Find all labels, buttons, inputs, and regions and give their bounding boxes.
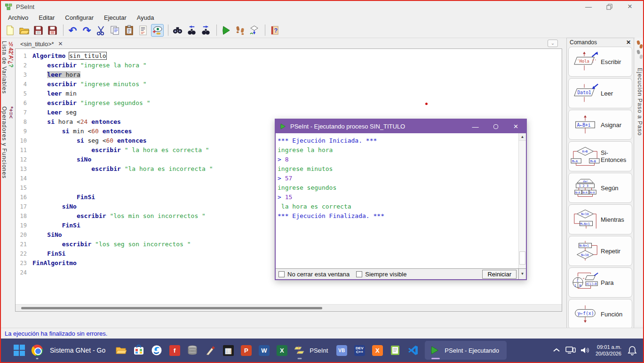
find-next-button[interactable] [199, 24, 212, 37]
start-button[interactable] [10, 341, 28, 360]
vscode-taskbar-icon[interactable] [404, 341, 422, 360]
commands-close-icon[interactable]: ✕ [626, 39, 631, 46]
volume-icon[interactable] [578, 341, 592, 360]
menu-archivo[interactable]: Archivo [3, 13, 33, 22]
f-red-taskbar-icon[interactable]: f [166, 341, 183, 360]
menu-ayuda[interactable]: Ayuda [132, 13, 159, 22]
escribir-flowchart-icon: 'Hola !' [571, 51, 600, 73]
cut-button[interactable] [95, 24, 107, 37]
tab-lista-de-variables[interactable]: ½42'A'¿? Lista de Variables [1, 41, 14, 94]
command-escribir-button[interactable]: 'Hola !'Escribir [568, 47, 632, 77]
run-maximize-button[interactable] [485, 120, 506, 133]
command-para-button[interactable]: i1NA[i]←BPara [568, 267, 632, 298]
find-button[interactable] [171, 24, 184, 37]
notifications-bell-icon[interactable] [625, 341, 639, 360]
chrome-taskbar-icon[interactable] [28, 341, 46, 360]
tab-close-icon[interactable]: ✕ [58, 40, 63, 47]
taskbar-clock[interactable]: 09:01 a.m. 20/03/2026 [596, 344, 621, 357]
draw-flowchart-button[interactable] [248, 24, 261, 37]
commands-panel: Comandos ✕ 'Hola !'EscribirDato1LeerA←B+… [566, 38, 634, 329]
database-icon [187, 345, 198, 356]
code-line[interactable]: 4 escribir "ingrese minutos " [16, 80, 562, 89]
vb-taskbar-icon[interactable]: VB [333, 341, 350, 360]
tab-sin-titulo[interactable]: <sin_titulo>* ✕ [16, 39, 67, 48]
word-taskbar-icon[interactable]: W [255, 341, 273, 360]
undo-button[interactable]: ↶ [66, 24, 79, 37]
new-file-button[interactable] [4, 24, 16, 37]
notepad-taskbar-icon[interactable] [386, 341, 404, 360]
command-mientras-button[interactable]: N<10M←N+1Mientras [568, 204, 632, 234]
command-segun-button[interactable]: dar1 2 3N←AN←AN←ASegún [568, 173, 632, 203]
help-button[interactable]: ? [268, 24, 281, 37]
line-number: 19 [16, 221, 32, 230]
check-eye-button[interactable] [151, 24, 164, 37]
network-icon[interactable] [564, 341, 578, 360]
pseint-taskbar-icon[interactable] [291, 341, 309, 360]
edit-doc-button[interactable] [137, 24, 150, 37]
powerpoint-taskbar-icon[interactable]: P [237, 341, 255, 360]
run-close-button[interactable]: × [506, 120, 526, 133]
open-file-button[interactable] [18, 24, 31, 37]
restart-button[interactable]: Reiniciar [482, 270, 517, 279]
pseint-taskbar-label[interactable]: PSeInt [310, 347, 328, 354]
hscroll-thumb[interactable] [21, 307, 322, 309]
step-run-button[interactable] [234, 24, 246, 37]
code-line[interactable]: 2 escribir "ingrese la hora " [16, 61, 562, 70]
run-button[interactable] [220, 24, 232, 37]
store-taskbar-icon[interactable] [130, 341, 148, 360]
menu-editar[interactable]: Editar [33, 13, 60, 22]
line-number: 7 [16, 108, 32, 117]
execution-titlebar[interactable]: PSeInt - Ejecutando proceso SIN_TITULO —… [276, 120, 526, 133]
console-line: > 8 [278, 155, 517, 164]
swan-taskbar-icon[interactable] [148, 341, 166, 360]
database-taskbar-icon[interactable] [183, 341, 201, 360]
tiles-taskbar-icon[interactable]: ▦ [219, 341, 237, 360]
scroll-down-icon[interactable]: ▼ [518, 269, 526, 279]
minimize-button[interactable]: — [578, 1, 599, 12]
taskbar-search-label[interactable]: Sistema GNet - Go [50, 347, 105, 354]
find-prev-button[interactable] [185, 24, 198, 37]
menu-configurar[interactable]: Configurar [60, 13, 99, 22]
menu-ejecutar[interactable]: Ejecutar [99, 13, 132, 22]
run-minimize-button[interactable]: — [465, 120, 485, 133]
redo-button[interactable]: ↷ [80, 24, 93, 37]
no-close-checkbox[interactable] [278, 271, 285, 277]
dev-taskbar-icon[interactable]: DEVC++ [350, 341, 368, 360]
command-repetir-button[interactable]: N←N+1N=10Repetir [568, 236, 632, 266]
dev-icon: DEVC++ [354, 345, 365, 356]
save-button[interactable] [32, 24, 45, 37]
excel-taskbar-icon[interactable]: X [273, 341, 291, 360]
code-line[interactable]: 1Algoritmo sin_titulo [16, 51, 562, 61]
save-all-button[interactable] [46, 24, 59, 37]
command-funcion-button[interactable]: y←f(x)Función [568, 299, 632, 329]
paste-button[interactable] [123, 24, 135, 37]
execution-bottom-bar: No cerrar esta ventana Siempre visible R… [276, 268, 526, 279]
xampp-taskbar-icon[interactable]: X [368, 341, 386, 360]
step-run-icon [235, 25, 246, 36]
code-line[interactable]: 3 leer hora [16, 70, 562, 80]
tab-operadores-y-funciones[interactable]: *+=< Operadores y Funciones [1, 106, 14, 178]
active-task-button[interactable]: PSeInt - Ejecutando [425, 341, 507, 360]
command-asignar-button[interactable]: A←B+iAsignar [568, 110, 632, 140]
always-visible-checkbox[interactable] [356, 271, 362, 277]
restore-button[interactable] [599, 1, 620, 12]
close-button[interactable]: × [620, 1, 640, 12]
scroll-up-icon[interactable]: ▲ [519, 133, 526, 141]
scroll-thumb[interactable] [519, 251, 525, 265]
copy-button[interactable] [109, 24, 121, 37]
command-leer-button[interactable]: Dato1Leer [568, 78, 632, 108]
editor-horizontal-scrollbar[interactable] [16, 304, 562, 311]
console-output[interactable]: *** Ejecución Iniciada. ***ingrese la ho… [276, 133, 518, 268]
code-line[interactable]: 5 leer min [16, 89, 562, 98]
code-line[interactable]: 7 Leer seg [16, 108, 562, 117]
console-scrollbar[interactable]: ▲ [518, 133, 526, 268]
tab-list-dropdown[interactable]: ⌄ [548, 40, 558, 47]
quill-taskbar-icon[interactable] [201, 341, 219, 360]
command-sientonces-button[interactable]: A>BM←AM←BSi-Entonces [568, 141, 632, 171]
line-number: 11 [16, 145, 32, 155]
tray-chevron-icon[interactable] [549, 341, 564, 360]
draw-flowchart-icon [249, 25, 260, 36]
step-execution-dock[interactable]: Ejecución Paso a Paso [635, 38, 644, 326]
code-line[interactable]: 6 escribir "ingrese segundos " [16, 98, 562, 108]
folder-taskbar-icon[interactable] [112, 341, 130, 360]
